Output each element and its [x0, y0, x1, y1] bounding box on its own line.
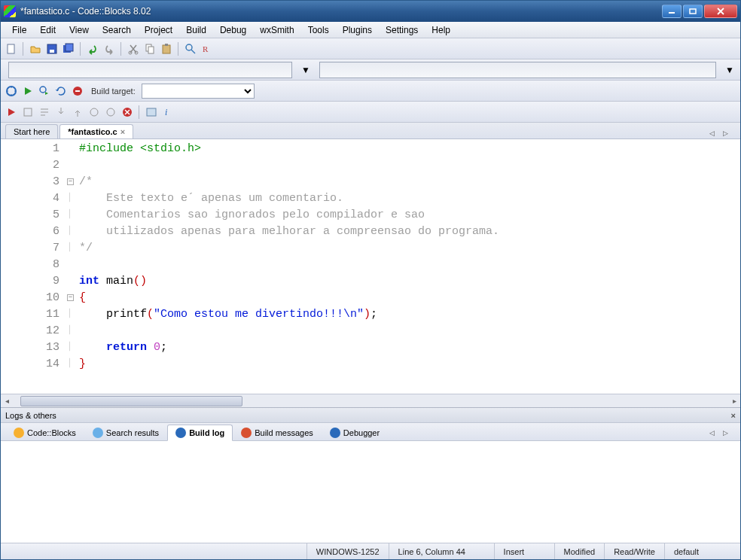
status-mode: Insert: [495, 543, 555, 559]
build-target-dropdown[interactable]: [142, 84, 255, 99]
build-icon[interactable]: [4, 84, 19, 99]
refresh-icon: [330, 428, 340, 438]
logtab-build-msgs[interactable]: Build messages: [233, 425, 322, 441]
step-into-icon[interactable]: [53, 105, 69, 120]
logtab-label: Code::Blocks: [27, 428, 76, 437]
log-body[interactable]: [1, 441, 740, 543]
save-icon[interactable]: [44, 41, 59, 56]
undo-icon[interactable]: [85, 41, 100, 56]
gear-icon: [175, 428, 186, 438]
debug-toolbar: i: [1, 102, 740, 123]
build-target-label: Build target:: [87, 87, 140, 96]
close-button[interactable]: [704, 5, 737, 18]
menu-project[interactable]: Project: [138, 23, 179, 38]
menu-tools[interactable]: Tools: [301, 23, 336, 38]
menu-edit[interactable]: Edit: [33, 23, 63, 38]
menu-help[interactable]: Help: [425, 23, 457, 38]
dropdown-arrow-icon[interactable]: ▼: [298, 62, 313, 78]
dropdown-arrow-icon[interactable]: ▼: [722, 62, 737, 78]
replace-icon[interactable]: R: [200, 41, 215, 56]
code-editor[interactable]: 1 2 3 4 5 6 7 8 9 10 11 12 13 14 −││││ −…: [1, 139, 740, 394]
menu-settings[interactable]: Settings: [379, 23, 425, 38]
svg-rect-2: [8, 44, 14, 53]
find-icon[interactable]: [183, 41, 198, 56]
scroll-left-icon[interactable]: ◂: [1, 395, 13, 407]
run-to-cursor-icon[interactable]: [20, 105, 35, 120]
fold-column[interactable]: −││││ −││││: [67, 139, 78, 371]
horizontal-scrollbar[interactable]: ◂ ▸: [1, 394, 740, 407]
run-icon[interactable]: [20, 84, 35, 99]
svg-point-21: [107, 108, 114, 116]
app-icon: [4, 5, 16, 17]
minimize-button[interactable]: [662, 5, 682, 18]
logs-close-icon[interactable]: ×: [731, 411, 736, 420]
logtab-label: Build messages: [255, 428, 313, 437]
stop-debug-icon[interactable]: [120, 105, 135, 120]
redo-icon[interactable]: [102, 41, 117, 56]
logtab-build-log[interactable]: Build log: [167, 425, 233, 441]
search-toolbar: ▼ ▼: [1, 59, 740, 81]
rebuild-icon[interactable]: [53, 84, 69, 99]
svg-point-16: [40, 87, 46, 93]
log-tabs: Code::Blocks Search results Build log Bu…: [1, 423, 740, 441]
new-file-icon[interactable]: [4, 41, 19, 56]
menu-file[interactable]: File: [5, 23, 33, 38]
logtab-nav: ◁ ▷: [706, 428, 736, 438]
tab-start-here[interactable]: Start here: [5, 124, 58, 138]
logtab-debugger[interactable]: Debugger: [322, 425, 388, 441]
tab-next-icon[interactable]: ▷: [719, 128, 731, 138]
tab-label: *fantastico.c: [68, 127, 117, 136]
logtab-prev-icon[interactable]: ◁: [706, 428, 718, 438]
maximize-button[interactable]: [683, 5, 703, 18]
step-instr-icon[interactable]: [103, 105, 118, 120]
svg-rect-23: [147, 108, 156, 116]
debug-windows-icon[interactable]: [144, 105, 159, 120]
menu-search[interactable]: Search: [96, 23, 138, 38]
copy-icon[interactable]: [142, 41, 157, 56]
symbol-filter-dropdown[interactable]: [319, 62, 716, 78]
tab-label: Start here: [14, 127, 50, 136]
line-gutter: 1 2 3 4 5 6 7 8 9 10 11 12 13 14: [1, 139, 66, 394]
next-instr-icon[interactable]: [87, 105, 102, 120]
tab-fantastico[interactable]: *fantastico.c×: [59, 124, 133, 138]
menu-debug[interactable]: Debug: [213, 23, 253, 38]
status-position: Line 6, Column 44: [389, 543, 495, 559]
search-icon: [93, 428, 103, 438]
tab-close-icon[interactable]: ×: [120, 127, 125, 136]
svg-rect-19: [24, 108, 32, 116]
paste-icon[interactable]: [159, 41, 174, 56]
menubar: File Edit View Search Project Build Debu…: [1, 22, 740, 38]
code-content[interactable]: #include <stdio.h> /* Este texto e´ apen…: [66, 139, 740, 394]
save-all-icon[interactable]: [61, 41, 76, 56]
logs-title-label: Logs & others: [5, 411, 56, 420]
svg-rect-4: [50, 50, 54, 53]
warning-icon: [241, 428, 252, 438]
logtab-label: Debugger: [343, 428, 380, 437]
svg-rect-11: [163, 45, 170, 53]
menu-view[interactable]: View: [63, 23, 96, 38]
status-access: Read/Write: [605, 543, 665, 559]
tab-prev-icon[interactable]: ◁: [706, 128, 718, 138]
menu-wxsmith[interactable]: wxSmith: [253, 23, 300, 38]
scroll-right-icon[interactable]: ▸: [728, 395, 740, 407]
status-bar: WINDOWS-1252 Line 6, Column 44 Insert Mo…: [1, 543, 740, 559]
symbol-search-dropdown[interactable]: [8, 62, 292, 78]
cut-icon[interactable]: [126, 41, 141, 56]
next-line-icon[interactable]: [37, 105, 52, 120]
logtab-search[interactable]: Search results: [84, 425, 167, 441]
step-out-icon[interactable]: [70, 105, 85, 120]
debug-start-icon[interactable]: [4, 105, 19, 120]
logtab-codeblocks[interactable]: Code::Blocks: [5, 425, 84, 441]
abort-icon[interactable]: [70, 84, 85, 99]
window-title: *fantastico.c - Code::Blocks 8.02: [20, 6, 660, 17]
scroll-thumb[interactable]: [20, 396, 242, 406]
info-icon[interactable]: i: [160, 105, 175, 120]
svg-text:i: i: [165, 107, 167, 117]
menu-plugins[interactable]: Plugins: [336, 23, 379, 38]
editor-tabs: Start here *fantastico.c× ◁ ▷: [1, 123, 740, 139]
logtab-next-icon[interactable]: ▷: [719, 428, 731, 438]
open-icon[interactable]: [28, 41, 43, 56]
build-run-icon[interactable]: [37, 84, 52, 99]
status-profile: default: [665, 543, 740, 559]
menu-build[interactable]: Build: [179, 23, 213, 38]
